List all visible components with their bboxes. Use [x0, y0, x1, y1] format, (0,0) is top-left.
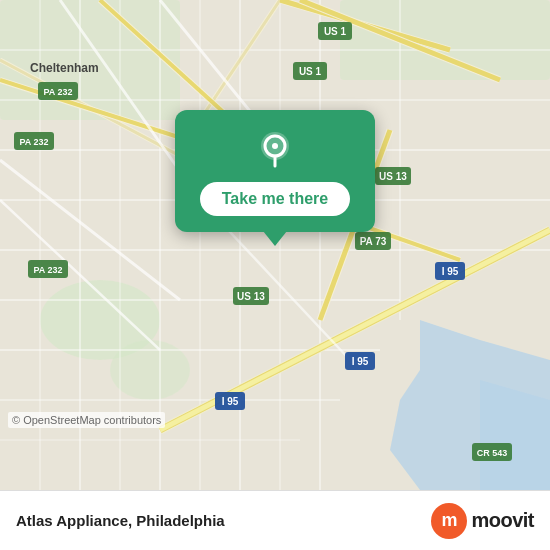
- popup-card: Take me there: [175, 110, 375, 232]
- bottom-bar: Atlas Appliance, Philadelphia m moovit: [0, 490, 550, 550]
- svg-text:I 95: I 95: [222, 396, 239, 407]
- svg-point-76: [272, 143, 278, 149]
- moovit-text: moovit: [471, 509, 534, 532]
- svg-text:I 95: I 95: [352, 356, 369, 367]
- location-name: Atlas Appliance, Philadelphia: [16, 512, 225, 529]
- svg-text:PA 232: PA 232: [33, 265, 62, 275]
- take-me-there-button[interactable]: Take me there: [200, 182, 350, 216]
- svg-text:PA 232: PA 232: [19, 137, 48, 147]
- location-name-text: Atlas Appliance,: [16, 512, 132, 529]
- svg-point-6: [110, 340, 190, 400]
- svg-text:CR 543: CR 543: [477, 448, 508, 458]
- svg-text:US 1: US 1: [299, 66, 322, 77]
- svg-text:PA 232: PA 232: [43, 87, 72, 97]
- svg-text:US 13: US 13: [237, 291, 265, 302]
- svg-rect-4: [340, 0, 550, 80]
- svg-text:I 95: I 95: [442, 266, 459, 277]
- map-container: US 1 US 1 PA 232 PA 232 PA 232 US 13 US …: [0, 0, 550, 490]
- location-info: Atlas Appliance, Philadelphia: [16, 512, 225, 529]
- copyright-text: © OpenStreetMap contributors: [8, 412, 165, 428]
- svg-text:PA 73: PA 73: [360, 236, 387, 247]
- moovit-icon: m: [431, 503, 467, 539]
- svg-text:Cheltenham: Cheltenham: [30, 61, 99, 75]
- svg-text:US 1: US 1: [324, 26, 347, 37]
- svg-text:US 13: US 13: [379, 171, 407, 182]
- location-city-text: Philadelphia: [136, 512, 224, 529]
- moovit-logo: m moovit: [431, 503, 534, 539]
- svg-rect-3: [0, 0, 180, 120]
- location-pin-icon: [253, 128, 297, 172]
